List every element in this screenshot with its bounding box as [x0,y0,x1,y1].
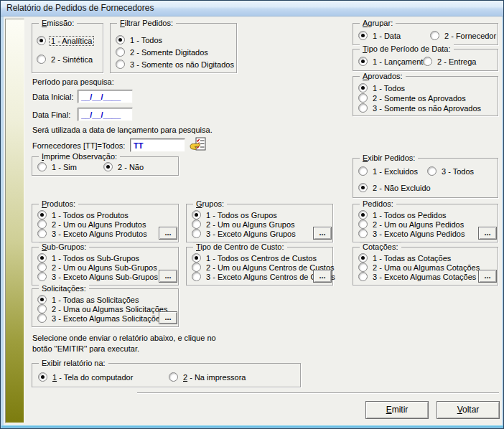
radio-label: 2 - Um ou Alguns Produtos [50,220,147,229]
radio-label: 1 - Todos os Produtos [50,211,130,220]
radio-solicitacoes-1[interactable]: 1 - Todas as Solicitações [37,295,140,304]
radio-cotacoes-3[interactable]: 3 - Exceto Algumas Cotações [358,272,477,281]
group-exibir-relatorio-title: Exibir relatório na: [39,359,108,368]
radio-imprime-nao[interactable]: 2 - Não [103,162,145,171]
radio-filtrar-todos[interactable]: 1 - Todos [116,35,164,44]
radio-icon [37,272,47,281]
group-solicitacoes-title: Solicitações: [39,284,89,293]
group-aprovados-title: Aprovados: [360,72,406,81]
radio-aprovados-somente[interactable]: 2 - Somente os Aprovados [358,93,467,103]
radio-pedidos-1[interactable]: 1 - Todos os Pedidos [358,210,448,220]
radio-label: 3 - Todos [440,167,475,176]
radio-icon [37,210,47,220]
radio-label: 2 - Sintética [50,55,94,64]
group-solicitacoes: Solicitações: 1 - Todas as Solicitações … [32,288,179,327]
browse-solicitacoes-button[interactable]: ... [159,311,177,324]
radio-solicitacoes-2[interactable]: 2 - Uma ou Algumas Solicitações [37,304,169,314]
radio-label: 1 - Todos [129,36,164,44]
group-tipo-periodo: Tipo de Período de Data: 1 - Lançamento … [353,49,498,71]
radio-icon [192,263,201,272]
radio-label: 2 - Não [116,163,145,171]
radio-icon [192,272,201,281]
group-exibir-pedidos: Exibir Pedidos: 1 - Excluidos 3 - Todos … [353,158,498,198]
radio-icon [358,166,368,176]
radio-relatorio-tela[interactable]: 1 - Tela do computador [38,372,134,382]
radio-label: 1 - Excluidos [371,167,419,176]
radio-cotacoes-1[interactable]: 1 - Todas as Cotações [358,253,452,263]
report-dialog-window: Relatório de Pedidos de Fornecedores Emi… [0,0,504,429]
radio-periodo-entrega[interactable]: 2 - Entrega [423,57,477,66]
supplier-lookup-icon[interactable] [190,137,207,153]
radio-grupos-2[interactable]: 2 - Um ou Alguns Grupos [192,220,297,229]
group-cotacoes-title: Cotações: [360,242,401,252]
group-filtrar-pedidos: Filtrar Pedidos: 1 - Todos 2 - Somente D… [110,23,237,73]
radio-pedidos-3[interactable]: 3 - Exceto Alguns Pedidos [358,229,466,238]
radio-produtos-3[interactable]: 3 - Exceto Alguns Produtos [37,229,149,238]
radio-filtrar-digitados[interactable]: 2 - Somente Digitados [116,47,210,57]
radio-aprovados-todos[interactable]: 1 - Todos [358,83,406,93]
period-search-label: Período para pesquisa: [32,77,114,86]
title-bar[interactable]: Relatório de Pedidos de Fornecedores [1,1,503,16]
group-grupos-title: Grupos: [193,199,227,209]
radio-icon [427,166,437,176]
radio-relatorio-impressora[interactable]: 2 - Na impressora [169,372,247,382]
radio-agrupar-data[interactable]: 1 - Data [358,31,402,40]
radio-exibir-nao-excluido[interactable]: 2 - Não Excluido [358,183,432,192]
radio-icon [37,220,47,229]
emitir-button[interactable]: Emitir [365,401,429,419]
radio-aprovados-nao[interactable]: 3 - Somente os não Aprovados [358,103,482,113]
radio-exibir-excluidos[interactable]: 1 - Excluidos [358,166,419,176]
browse-produtos-button[interactable]: ... [159,227,177,240]
radio-cotacoes-2[interactable]: 2 - Uma ou Algumas Cotações [358,263,481,272]
group-emissao: Emissão: 1 - Analítica 2 - Sintética [32,23,103,73]
radio-icon [423,57,432,66]
group-aprovados: Aprovados: 1 - Todos 2 - Somente os Apro… [353,76,498,116]
radio-exibir-todos[interactable]: 3 - Todos [427,166,475,176]
window-title: Relatório de Pedidos de Fornecedores [6,3,154,13]
window-bottom-accent [1,425,504,428]
radio-icon [358,220,368,229]
radio-icon [103,162,113,171]
radio-label: 3 - Exceto Alguns Sub-Grupos [50,273,159,281]
end-date-input[interactable] [78,108,133,121]
radio-label: 3 - Somente os não Aprovados [371,104,482,113]
radio-agrupar-fornecedor[interactable]: 2 - Fornecedor [430,31,498,40]
voltar-button[interactable]: Voltar [437,401,500,419]
radio-periodo-lancamento[interactable]: 1 - Lançamento [358,57,429,66]
radio-subgrupos-2[interactable]: 2 - Um ou Alguns Sub-Grupos [37,263,159,272]
browse-cotacoes-button[interactable]: ... [478,270,497,283]
radio-produtos-2[interactable]: 2 - Um ou Alguns Produtos [37,220,147,229]
radio-produtos-1[interactable]: 1 - Todos os Produtos [37,210,130,220]
radio-subgrupos-3[interactable]: 3 - Exceto Alguns Sub-Grupos [37,272,159,281]
group-subgrupos-title: Sub-Grupos: [39,242,89,252]
group-exibir-relatorio: Exibir relatório na: 1 - Tela do computa… [32,363,301,387]
radio-emissao-analitica[interactable]: 1 - Analítica [37,36,93,45]
radio-label: 2 - Um ou Alguns Pedidos [371,220,465,229]
radio-label: 1 - Sim [50,163,78,171]
radio-grupos-1[interactable]: 1 - Todos os Grupos [192,210,279,220]
browse-centro-custo-button[interactable]: ... [313,270,332,283]
radio-subgrupos-1[interactable]: 1 - Todos os Sub-Grupos [37,253,141,263]
period-note: Será utilizada a data de lançamento para… [32,126,213,134]
radio-label: 3 - Exceto Alguns Pedidos [371,230,466,238]
radio-icon [169,372,178,382]
radio-icon [358,253,368,263]
radio-filtrar-nao-digitados[interactable]: 3 - Somente os não Digitados [116,60,235,69]
radio-pedidos-2[interactable]: 2 - Um ou Alguns Pedidos [358,220,465,229]
suppliers-input[interactable] [130,138,185,152]
radio-emissao-sintetica[interactable]: 2 - Sintética [37,55,94,64]
radio-label: 3 - Exceto Alguns Produtos [50,230,149,238]
browse-grupos-button[interactable]: ... [313,227,332,240]
radio-label: 1 - Todos os Sub-Grupos [50,254,141,263]
radio-centro-1[interactable]: 1 - Todos os Centros de Custos [192,253,318,263]
browse-subgrupos-button[interactable]: ... [159,270,177,283]
radio-icon [358,83,368,93]
radio-solicitacoes-3[interactable]: 3 - Exceto Algumas Solicitações [37,314,166,323]
start-date-input[interactable] [78,90,133,103]
radio-imprime-sim[interactable]: 1 - Sim [37,162,78,171]
radio-grupos-3[interactable]: 3 - Exceto Alguns Grupos [192,229,297,238]
radio-label: 2 - Fornecedor [443,32,498,40]
browse-pedidos-button[interactable]: ... [478,227,497,240]
radio-label: 2 - Somente Digitados [129,48,210,57]
end-date-label: Data Final: [32,110,70,119]
